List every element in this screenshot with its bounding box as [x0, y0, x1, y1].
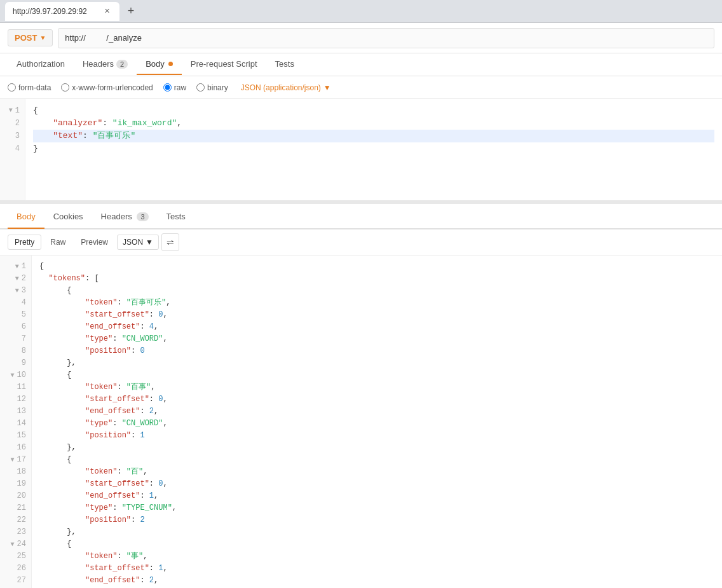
resp-ln-1: ▼ 1: [0, 261, 31, 273]
preview-button[interactable]: Preview: [74, 235, 114, 249]
browser-tab[interactable]: http://39.97.209.29:92 ✕: [5, 2, 119, 21]
collapse-arrow-1[interactable]: ▼: [6, 104, 13, 117]
resp-ln-22: 22: [0, 514, 31, 526]
raw-button[interactable]: Raw: [44, 235, 72, 249]
filter-button[interactable]: ⇌: [161, 233, 179, 251]
radio-form-data[interactable]: form-data: [8, 83, 51, 92]
resp-line-10: {: [39, 369, 714, 381]
resp-line-5: "start_offset": 0,: [39, 309, 714, 321]
resp-line-14: "type": "CN_WORD",: [39, 418, 714, 430]
request-code-content[interactable]: { "analyzer": "ik_max_word", "text": "百事…: [25, 99, 722, 200]
resp-tab-tests[interactable]: Tests: [158, 205, 194, 229]
resp-ln-6: 6: [0, 321, 31, 333]
resp-ln-19: 19: [0, 478, 31, 490]
resp-ln-3: ▼ 3: [0, 285, 31, 297]
resp-tab-cookies[interactable]: Cookies: [44, 205, 92, 229]
tab-prerequest[interactable]: Pre-request Script: [182, 54, 266, 75]
json-chevron-icon: ▼: [324, 83, 331, 92]
resp-line-9: },: [39, 357, 714, 369]
resp-line-7: "type": "CN_WORD",: [39, 333, 714, 345]
resp-line-22: "position": 2: [39, 514, 714, 526]
method-label: POST: [15, 33, 37, 43]
method-chevron-icon: ▼: [39, 34, 46, 41]
radio-raw[interactable]: raw: [163, 83, 186, 92]
resp-line-11: "token": "百事",: [39, 381, 714, 393]
response-line-numbers: ▼ 1 ▼ 2 ▼ 3 4 5 6 7 8 9 ▼ 10 11 12 13 14…: [0, 256, 32, 588]
line-num-4: 4: [0, 142, 25, 155]
resp-json-dropdown[interactable]: JSON ▼: [117, 235, 159, 250]
resp-ln-2: ▼ 2: [0, 273, 31, 285]
new-tab-button[interactable]: +: [122, 3, 140, 20]
resp-ln-10: ▼ 10: [0, 369, 31, 381]
request-tabs: Authorization Headers 2 Body Pre-request…: [0, 53, 722, 76]
tab-headers[interactable]: Headers 2: [74, 54, 137, 75]
json-format-dropdown[interactable]: JSON (application/json) ▼: [241, 83, 331, 92]
resp-line-27: "end_offset": 2,: [39, 575, 714, 587]
resp-line-16: },: [39, 442, 714, 454]
filter-icon: ⇌: [167, 237, 174, 247]
line-num-2: 2: [0, 117, 25, 130]
request-line-numbers: ▼ 1 2 3 4: [0, 99, 25, 200]
resp-ln-12: 12: [0, 393, 31, 406]
resp-ln-23: 23: [0, 526, 31, 538]
tab-body[interactable]: Body: [137, 54, 182, 75]
resp-tab-body[interactable]: Body: [8, 205, 44, 229]
resp-line-25: "token": "事",: [39, 550, 714, 563]
tab-authorization[interactable]: Authorization: [8, 54, 74, 75]
line-num-1: ▼ 1: [0, 104, 25, 117]
resp-ln-20: 20: [0, 490, 31, 502]
request-editor: ▼ 1 2 3 4 { "analyzer": "ik_max_word", "…: [0, 99, 722, 204]
resp-ln-26: 26: [0, 563, 31, 575]
resp-headers-badge: 3: [137, 212, 148, 221]
resp-line-2: "tokens": [: [39, 273, 714, 285]
req-code-line-2: "analyzer": "ik_max_word",: [33, 117, 714, 130]
resp-line-26: "start_offset": 1,: [39, 563, 714, 575]
resp-ln-25: 25: [0, 550, 31, 563]
tab-url-label: http://39.97.209.29:92: [13, 7, 87, 16]
response-tabs: Body Cookies Headers 3 Tests: [0, 204, 722, 229]
resp-line-15: "position": 1: [39, 430, 714, 442]
resp-ln-13: 13: [0, 406, 31, 418]
resp-ln-18: 18: [0, 466, 31, 478]
tab-close-button[interactable]: ✕: [102, 6, 112, 17]
resp-line-21: "type": "TYPE_CNUM",: [39, 502, 714, 514]
resp-ln-27: 27: [0, 575, 31, 587]
radio-binary[interactable]: binary: [196, 83, 228, 92]
body-type-bar: form-data x-www-form-urlencoded raw bina…: [0, 76, 722, 99]
line-num-3: 3: [0, 130, 25, 142]
resp-line-18: "token": "百",: [39, 466, 714, 478]
pretty-button[interactable]: Pretty: [8, 235, 41, 250]
resp-json-chevron-icon: ▼: [146, 238, 153, 247]
headers-badge: 2: [116, 60, 128, 69]
resp-ln-16: 16: [0, 442, 31, 454]
req-code-line-1: {: [33, 104, 714, 117]
resp-ln-5: 5: [0, 309, 31, 321]
resp-ln-24: ▼ 24: [0, 538, 31, 550]
resp-line-1: {: [39, 261, 714, 273]
resp-line-3: {: [39, 285, 714, 297]
resp-ln-14: 14: [0, 418, 31, 430]
resp-ln-11: 11: [0, 381, 31, 393]
resp-ln-21: 21: [0, 502, 31, 514]
resp-line-19: "start_offset": 0,: [39, 478, 714, 490]
resp-ln-9: 9: [0, 357, 31, 369]
method-dropdown[interactable]: POST ▼: [8, 29, 53, 46]
resp-ln-7: 7: [0, 333, 31, 345]
resp-ln-4: 4: [0, 297, 31, 309]
resp-tab-headers[interactable]: Headers 3: [92, 205, 158, 229]
radio-urlencoded[interactable]: x-www-form-urlencoded: [61, 83, 153, 92]
resp-line-4: "token": "百事可乐",: [39, 297, 714, 309]
req-code-line-3: "text": "百事可乐": [33, 130, 714, 142]
tab-tests[interactable]: Tests: [266, 54, 303, 75]
resp-line-24: {: [39, 538, 714, 550]
resp-line-8: "position": 0: [39, 345, 714, 357]
response-toolbar: Pretty Raw Preview JSON ▼ ⇌: [0, 229, 722, 256]
resp-line-12: "start_offset": 0,: [39, 393, 714, 406]
browser-tab-bar: http://39.97.209.29:92 ✕ +: [0, 0, 722, 23]
url-input[interactable]: [58, 28, 714, 48]
resp-ln-15: 15: [0, 430, 31, 442]
response-code-area[interactable]: ▼ 1 ▼ 2 ▼ 3 4 5 6 7 8 9 ▼ 10 11 12 13 14…: [0, 256, 722, 588]
body-dot: [168, 62, 173, 66]
resp-line-23: },: [39, 526, 714, 538]
resp-ln-17: ▼ 17: [0, 454, 31, 466]
